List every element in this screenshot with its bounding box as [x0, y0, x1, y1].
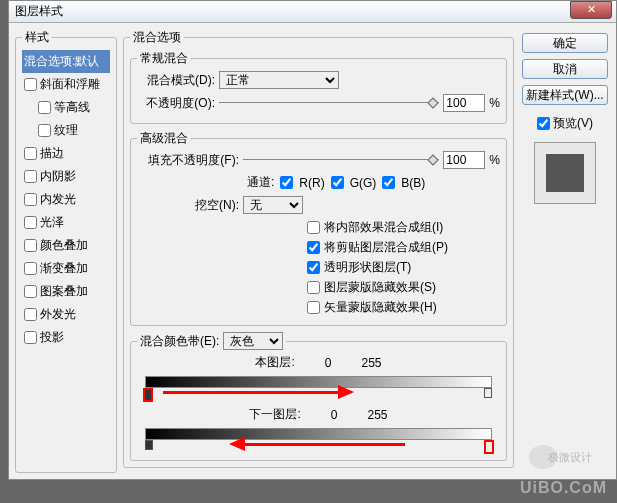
layer-style-dialog: 图层样式 ✕ 样式 混合选项:默认 斜面和浮雕 等高线 纹理 描边 内阴影 内发… — [8, 0, 617, 480]
checkbox-gradient-overlay[interactable] — [24, 262, 37, 275]
fill-opacity-unit: % — [489, 153, 500, 167]
blend-if-label: 混合颜色带(E): — [140, 334, 219, 348]
checkbox-contour[interactable] — [38, 101, 51, 114]
styles-header: 样式 — [22, 29, 52, 46]
knockout-label: 挖空(N): — [137, 197, 239, 214]
this-layer-gradient[interactable] — [145, 376, 492, 388]
window-title: 图层样式 — [15, 3, 63, 20]
style-bevel[interactable]: 斜面和浮雕 — [22, 73, 110, 96]
checkbox-inner-shadow[interactable] — [24, 170, 37, 183]
opt-vectormask-checkbox[interactable] — [307, 301, 320, 314]
style-pattern-overlay[interactable]: 图案叠加 — [22, 280, 110, 303]
this-layer-black-handle[interactable] — [143, 388, 153, 402]
advanced-header: 高级混合 — [137, 130, 191, 147]
channel-label: 通道: — [247, 174, 274, 191]
this-layer-white-handle[interactable] — [484, 388, 492, 398]
cancel-button[interactable]: 取消 — [522, 59, 608, 79]
style-texture[interactable]: 纹理 — [22, 119, 110, 142]
style-outer-glow[interactable]: 外发光 — [22, 303, 110, 326]
fill-opacity-slider[interactable] — [243, 153, 439, 167]
preview-checkbox[interactable] — [537, 117, 550, 130]
checkbox-inner-glow[interactable] — [24, 193, 37, 206]
opacity-label: 不透明度(O): — [137, 95, 215, 112]
blend-mode-select[interactable]: 正常 — [219, 71, 339, 89]
underlying-low: 0 — [331, 408, 338, 422]
opacity-value[interactable]: 100 — [443, 94, 485, 112]
ok-button[interactable]: 确定 — [522, 33, 608, 53]
fill-opacity-value[interactable]: 100 — [443, 151, 485, 169]
general-blending-group: 常规混合 混合模式(D): 正常 不透明度(O): 100 — [130, 50, 507, 124]
preview-swatch — [534, 142, 596, 204]
channel-r-checkbox[interactable] — [280, 176, 293, 189]
opt-transparency-checkbox[interactable] — [307, 261, 320, 274]
checkbox-stroke[interactable] — [24, 147, 37, 160]
checkbox-texture[interactable] — [38, 124, 51, 137]
this-layer-low: 0 — [325, 356, 332, 370]
style-satin[interactable]: 光泽 — [22, 211, 110, 234]
watermark-text: UiBO.CoM — [520, 479, 607, 497]
style-stroke[interactable]: 描边 — [22, 142, 110, 165]
style-contour[interactable]: 等高线 — [22, 96, 110, 119]
general-header: 常规混合 — [137, 50, 191, 67]
underlying-gradient[interactable] — [145, 428, 492, 440]
style-inner-glow[interactable]: 内发光 — [22, 188, 110, 211]
opt-layermask-checkbox[interactable] — [307, 281, 320, 294]
new-style-button[interactable]: 新建样式(W)... — [522, 85, 608, 105]
this-layer-high: 255 — [362, 356, 382, 370]
style-blending-options[interactable]: 混合选项:默认 — [22, 50, 110, 73]
underlying-high: 255 — [368, 408, 388, 422]
opt-interior-checkbox[interactable] — [307, 221, 320, 234]
close-button[interactable]: ✕ — [570, 1, 612, 19]
checkbox-bevel[interactable] — [24, 78, 37, 91]
titlebar[interactable]: 图层样式 ✕ — [9, 1, 616, 23]
this-layer-label: 本图层: — [255, 354, 294, 371]
underlying-black-handle[interactable] — [145, 440, 153, 450]
checkbox-color-overlay[interactable] — [24, 239, 37, 252]
blend-if-group: 混合颜色带(E): 灰色 本图层: 0 255 — [130, 332, 507, 461]
knockout-select[interactable]: 无 — [243, 196, 303, 214]
channel-b-checkbox[interactable] — [382, 176, 395, 189]
style-gradient-overlay[interactable]: 渐变叠加 — [22, 257, 110, 280]
blend-if-select[interactable]: 灰色 — [223, 332, 283, 350]
fill-opacity-label: 填充不透明度(F): — [137, 152, 239, 169]
style-color-overlay[interactable]: 颜色叠加 — [22, 234, 110, 257]
checkbox-outer-glow[interactable] — [24, 308, 37, 321]
opacity-slider[interactable] — [219, 96, 439, 110]
preview-label: 预览(V) — [553, 115, 593, 132]
checkbox-satin[interactable] — [24, 216, 37, 229]
opt-clipped-checkbox[interactable] — [307, 241, 320, 254]
advanced-blending-group: 高级混合 填充不透明度(F): 100 % 通道: R(R) G(G) — [130, 130, 507, 326]
checkbox-pattern-overlay[interactable] — [24, 285, 37, 298]
watermark-sub: 极微设计 — [548, 450, 592, 465]
blending-options-header: 混合选项 — [130, 29, 184, 46]
blend-mode-label: 混合模式(D): — [137, 72, 215, 89]
opacity-unit: % — [489, 96, 500, 110]
underlying-white-handle[interactable] — [484, 440, 494, 454]
styles-panel: 样式 混合选项:默认 斜面和浮雕 等高线 纹理 描边 内阴影 内发光 光泽 颜色… — [15, 29, 117, 473]
style-drop-shadow[interactable]: 投影 — [22, 326, 110, 349]
channel-g-checkbox[interactable] — [331, 176, 344, 189]
style-inner-shadow[interactable]: 内阴影 — [22, 165, 110, 188]
underlying-label: 下一图层: — [249, 406, 300, 423]
blending-options-group: 混合选项 常规混合 混合模式(D): 正常 不透明度(O): — [123, 29, 514, 468]
checkbox-drop-shadow[interactable] — [24, 331, 37, 344]
